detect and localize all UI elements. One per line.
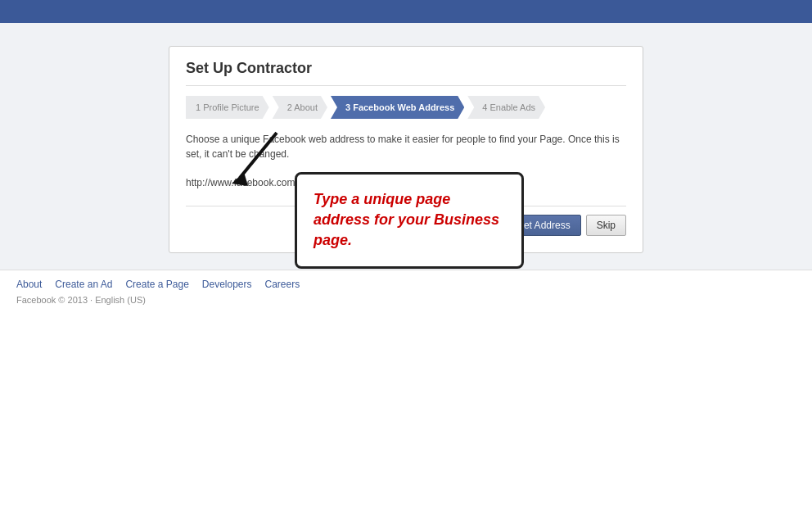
tooltip-text: Type a unique page address for your Busi… — [314, 191, 499, 248]
step-1-label: 1 Profile Picture — [196, 102, 259, 112]
svg-marker-1 — [232, 172, 248, 186]
footer-link-about[interactable]: About — [16, 279, 42, 290]
step-3-label: 3 Facebook Web Address — [345, 102, 454, 112]
step-1[interactable]: 1 Profile Picture — [186, 96, 269, 119]
arrow-icon — [228, 125, 309, 190]
footer-links: About Create an Ad Create a Page Develop… — [16, 279, 796, 290]
page-wrapper: Set Up Contractor 1 Profile Picture 2 Ab… — [0, 0, 812, 313]
skip-button[interactable]: Skip — [586, 215, 626, 236]
footer-link-create-page[interactable]: Create a Page — [125, 279, 188, 290]
top-bar — [0, 0, 812, 23]
footer-link-developers[interactable]: Developers — [202, 279, 252, 290]
footer-link-create-ad[interactable]: Create an Ad — [55, 279, 112, 290]
step-2[interactable]: 2 About — [273, 96, 327, 119]
step-4-label: 4 Enable Ads — [482, 102, 535, 112]
tooltip-box: Type a unique page address for your Busi… — [295, 172, 524, 269]
setup-title: Set Up Contractor — [186, 60, 626, 86]
step-2-label: 2 About — [287, 102, 318, 112]
step-4[interactable]: 4 Enable Ads — [467, 96, 545, 119]
footer-link-careers[interactable]: Careers — [265, 279, 300, 290]
steps-nav: 1 Profile Picture 2 About 3 Facebook Web… — [186, 96, 626, 119]
footer-copyright: Facebook © 2013 · English (US) — [16, 295, 796, 305]
footer-bar: About Create an Ad Create a Page Develop… — [0, 270, 812, 313]
svg-line-0 — [240, 133, 277, 178]
step-3[interactable]: 3 Facebook Web Address — [331, 96, 464, 119]
